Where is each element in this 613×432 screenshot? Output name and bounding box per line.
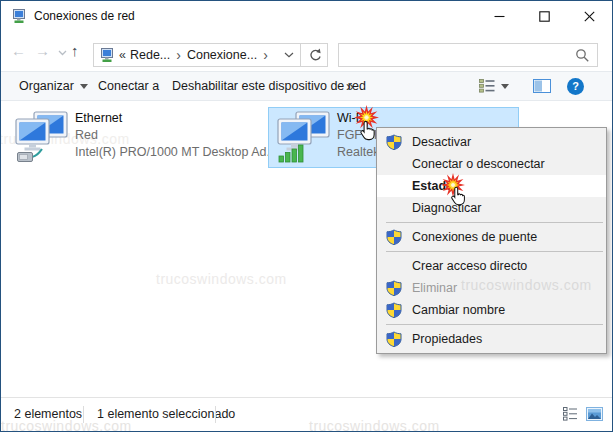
- conectar-a-button[interactable]: Conectar a: [98, 72, 159, 100]
- organizar-button[interactable]: Organizar: [19, 72, 88, 100]
- menu-item-diagnosticar[interactable]: Diagnosticar: [377, 197, 606, 219]
- details-view-icon: [479, 79, 495, 93]
- hand-cursor-icon: [448, 185, 470, 207]
- recent-locations-chevron-icon[interactable]: [58, 50, 67, 56]
- menu-separator: [377, 219, 606, 226]
- minimize-button[interactable]: [477, 1, 522, 32]
- details-view-toggle[interactable]: [563, 407, 578, 425]
- network-connections-icon: [98, 47, 114, 63]
- ethernet-connection-icon: [15, 111, 69, 164]
- watermark: trucoswindows.com: [309, 418, 440, 432]
- address-bar[interactable]: « Rede... › Conexione... ›: [93, 43, 301, 67]
- menu-item-desactivar[interactable]: Desactivar: [377, 131, 606, 153]
- close-button[interactable]: [567, 1, 612, 32]
- thumbnail-view-icon: [586, 407, 603, 421]
- network-connections-app-icon: [10, 8, 26, 24]
- back-button[interactable]: ←: [11, 43, 26, 59]
- breadcrumb-connections[interactable]: Conexione...: [187, 48, 257, 62]
- search-input[interactable]: [338, 43, 598, 67]
- status-bar: trucoswindows.com trucoswindows.com 2 el…: [1, 397, 612, 431]
- maximize-button[interactable]: [522, 1, 567, 32]
- status-divider: [215, 406, 216, 423]
- menu-item-cambiar-nombre[interactable]: Cambiar nombre: [377, 299, 606, 321]
- view-dropdown-icon: [501, 84, 509, 89]
- menu-item-conexiones-de-puente[interactable]: Conexiones de puente: [377, 226, 606, 248]
- connection-network: Red: [75, 127, 277, 144]
- list-view-icon: [563, 407, 578, 421]
- help-button[interactable]: ?: [567, 72, 584, 100]
- breadcrumb-network[interactable]: Rede...: [130, 48, 170, 62]
- command-bar: Organizar Conectar a Deshabilitar este d…: [1, 71, 612, 101]
- help-icon: ?: [567, 78, 584, 95]
- window-controls: [477, 1, 612, 32]
- connection-device: Intel(R) PRO/1000 MT Desktop Ad...: [75, 144, 277, 161]
- items-count: 2 elementos: [14, 407, 82, 421]
- forward-button[interactable]: →: [35, 43, 50, 59]
- deshabilitar-dispositivo-button[interactable]: Deshabilitar este dispositivo de red: [172, 72, 366, 100]
- window-title: Conexiones de red: [34, 9, 135, 23]
- menu-item-crear-acceso-directo[interactable]: Crear acceso directo: [377, 255, 606, 277]
- thumbnail-view-toggle[interactable]: [586, 407, 603, 425]
- items-view: trucoswindows.com trucoswindows.com Ethe…: [1, 101, 612, 398]
- more-commands-chevron[interactable]: »: [346, 72, 354, 100]
- navigation-bar: ← → ↑ « Rede... › Conexione... ›: [1, 32, 612, 71]
- menu-item-estado[interactable]: Estado: [377, 175, 606, 197]
- uac-shield-icon: [385, 229, 402, 246]
- search-icon[interactable]: [575, 48, 590, 63]
- menu-item-conectar-o-desconectar[interactable]: Conectar o desconectar: [377, 153, 606, 175]
- address-dropdown-chevron-icon[interactable]: [284, 52, 294, 58]
- refresh-button[interactable]: [300, 43, 328, 67]
- status-divider: [83, 406, 84, 423]
- title-bar: Conexiones de red: [1, 1, 612, 32]
- maximize-icon: [539, 11, 550, 22]
- context-menu: trucoswindows.com Desactivar Conectar o …: [376, 127, 607, 354]
- uac-shield-icon: [385, 302, 402, 319]
- uac-shield-icon: [385, 134, 402, 151]
- breadcrumb-separator[interactable]: ›: [263, 47, 268, 63]
- organizar-label: Organizar: [19, 79, 74, 93]
- menu-item-propiedades[interactable]: Propiedades: [377, 328, 606, 350]
- preview-pane-button[interactable]: [533, 72, 551, 100]
- close-icon: [584, 11, 595, 22]
- refresh-icon: [307, 48, 322, 63]
- watermark: trucoswindows.com: [156, 271, 287, 287]
- connection-name: Ethernet: [75, 110, 277, 127]
- breadcrumb-separator[interactable]: ›: [176, 47, 181, 63]
- uac-shield-icon: [385, 331, 402, 348]
- menu-separator: [377, 248, 606, 255]
- menu-separator: [377, 321, 606, 328]
- organizar-dropdown-icon: [80, 84, 88, 89]
- breadcrumb-collapsed-prefix[interactable]: «: [119, 48, 126, 62]
- menu-item-eliminar[interactable]: Eliminar: [377, 277, 606, 299]
- preview-pane-icon: [533, 79, 551, 93]
- up-button[interactable]: ↑: [71, 43, 79, 59]
- network-connections-window: Conexiones de red ← → ↑ « Rede... › Cone…: [0, 0, 613, 432]
- wifi-connection-icon: [277, 111, 331, 164]
- uac-shield-icon: [385, 280, 402, 297]
- minimize-icon: [494, 11, 505, 22]
- change-view-button[interactable]: [479, 72, 509, 100]
